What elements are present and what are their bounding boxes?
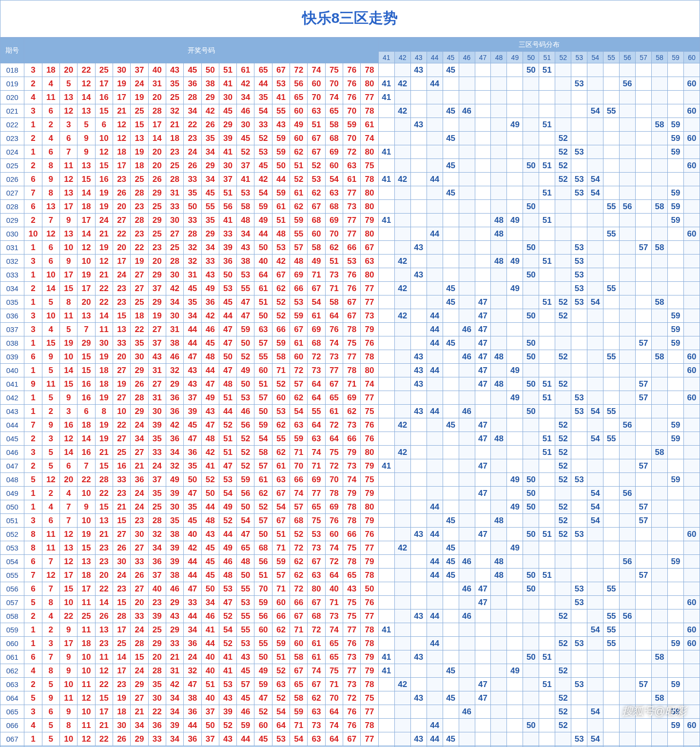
dist-cell [683,473,700,487]
drawn-cell: 46 [166,582,183,596]
dist-cell: 60 [683,637,700,650]
dist-cell: 47 [475,487,491,500]
drawn-cell: 72 [325,418,343,432]
dist-cell [459,186,475,200]
drawn-cell: 54 [219,487,236,500]
dist-cell [539,145,555,159]
drawn-cell: 50 [254,528,272,541]
drawn-cell: 40 [325,582,343,596]
drawn-cell: 19 [131,145,148,159]
drawn-cell: 15 [78,541,95,555]
drawn-cell: 42 [237,77,254,91]
dist-cell [555,732,571,746]
drawn-cell: 62 [308,691,325,705]
drawn-cell: 26 [113,186,130,200]
drawn-cell: 59 [272,145,290,159]
drawn-cell: 44 [254,77,272,91]
dist-cell [491,459,507,473]
dist-cell [603,459,620,473]
drawn-cell: 35 [254,91,272,104]
drawn-cell: 52 [237,350,254,364]
drawn-cell: 26 [113,541,130,555]
drawn-cell: 53 [308,528,325,541]
drawn-cell: 22 [131,323,148,336]
drawn-cell: 53 [219,282,236,295]
drawn-cell: 73 [343,418,361,432]
drawn-cell: 34 [166,705,183,719]
dist-col-44: 44 [427,52,443,63]
drawn-cell: 55 [272,104,290,118]
dist-cell [394,569,410,582]
drawn-cell: 6 [24,350,42,364]
dist-cell [539,623,555,637]
drawn-cell: 5 [24,596,42,609]
dist-cell: 48 [491,555,507,569]
dist-cell [523,541,539,555]
table-row: 0266912151623252628333437414244525354617… [0,173,700,186]
drawn-cell: 53 [219,678,236,691]
drawn-cell: 28 [166,173,183,186]
dist-cell: 52 [555,377,571,391]
dist-cell [667,268,683,282]
drawn-cell: 69 [325,145,343,159]
dist-cell [667,487,683,500]
drawn-cell: 1 [24,405,42,418]
drawn-cell: 9 [42,418,59,432]
drawn-cell: 10 [78,487,95,500]
drawn-cell: 33 [113,336,130,350]
dist-cell [394,295,410,309]
drawn-cell: 10 [24,227,42,241]
drawn-cell: 75 [325,63,343,77]
dist-cell [491,691,507,705]
drawn-cell: 63 [343,159,361,173]
dist-cell [443,241,459,255]
dist-cell [410,487,427,500]
dist-cell [620,118,636,132]
dist-cell [491,637,507,650]
dist-cell [443,268,459,282]
dist-cell [507,732,523,746]
dist-cell [587,541,603,555]
drawn-cell: 47 [237,309,254,323]
dist-cell [410,446,427,459]
drawn-cell: 25 [166,241,183,255]
drawn-cell: 52 [272,295,290,309]
drawn-cell: 53 [272,732,290,746]
dist-cell [652,336,668,350]
dist-cell [683,446,700,459]
drawn-cell: 24 [148,459,166,473]
drawn-cell: 41 [219,650,236,664]
dist-cell [523,282,539,295]
drawn-cell: 78 [361,104,378,118]
drawn-cell: 32 [166,364,183,377]
drawn-cell: 67 [361,241,378,255]
drawn-cell: 55 [237,623,254,637]
drawn-cell: 62 [308,186,325,200]
dist-cell [410,282,427,295]
drawn-cell: 36 [201,295,219,309]
dist-cell [523,418,539,432]
dist-cell [667,500,683,514]
dist-cell [507,582,523,596]
drawn-cell: 63 [308,432,325,446]
dist-cell: 51 [539,391,555,405]
dist-cell: 44 [427,528,443,541]
dist-cell [667,459,683,473]
dist-cell [491,282,507,295]
dist-cell [427,145,443,159]
dist-cell [427,473,443,487]
drawn-cell: 29 [201,227,219,241]
drawn-cell: 44 [184,336,201,350]
dist-cell [571,336,587,350]
dist-cell [539,405,555,418]
drawn-cell: 15 [78,350,95,364]
drawn-cell: 28 [131,637,148,650]
dist-cell [410,159,427,173]
dist-cell: 55 [603,282,620,295]
dist-cell: 43 [410,377,427,391]
drawn-cell: 22 [184,118,201,132]
drawn-cell: 54 [254,186,272,200]
drawn-cell: 57 [272,569,290,582]
drawn-cell: 40 [254,255,272,268]
period-cell: 062 [0,664,24,678]
